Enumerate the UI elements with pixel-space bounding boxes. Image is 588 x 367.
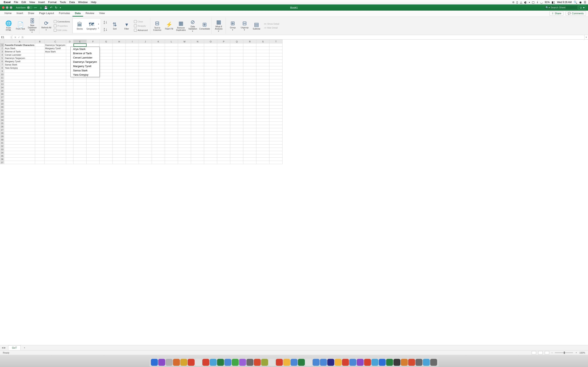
cell[interactable] [191, 99, 204, 102]
col-header-K[interactable]: K [152, 40, 165, 43]
dock-app-icon[interactable] [298, 359, 305, 366]
cell[interactable] [243, 57, 256, 60]
cell[interactable] [230, 151, 243, 154]
cell[interactable] [100, 76, 113, 79]
cell[interactable] [73, 145, 86, 148]
cell[interactable] [269, 53, 283, 57]
cell[interactable] [256, 66, 269, 69]
row-header[interactable]: 3 [0, 50, 4, 53]
cell[interactable] [35, 89, 44, 92]
cell[interactable] [230, 86, 243, 89]
name-box-arrows-icon[interactable]: ▴▾ [11, 36, 12, 39]
cell[interactable] [204, 135, 217, 138]
row-header[interactable]: 8 [0, 66, 4, 69]
cell[interactable] [269, 99, 283, 102]
row-header[interactable]: 16 [0, 92, 4, 96]
cell[interactable] [126, 148, 139, 151]
cell[interactable] [178, 118, 191, 122]
cell[interactable] [269, 112, 283, 115]
cell[interactable] [165, 125, 178, 128]
cell[interactable] [100, 148, 113, 151]
cell[interactable] [204, 102, 217, 105]
row-header[interactable]: 29 [0, 135, 4, 138]
cell[interactable] [100, 96, 113, 99]
cell[interactable] [230, 115, 243, 118]
cell[interactable] [66, 99, 73, 102]
cell[interactable] [165, 105, 178, 109]
row-header[interactable]: 20 [0, 105, 4, 109]
row-header[interactable]: 35 [0, 154, 4, 158]
cell[interactable] [126, 73, 139, 76]
cell[interactable] [191, 141, 204, 145]
cell[interactable] [152, 73, 165, 76]
cell[interactable] [269, 86, 283, 89]
cell[interactable] [139, 141, 152, 145]
page-layout-view-button[interactable] [538, 351, 543, 354]
cell[interactable] [126, 99, 139, 102]
cell[interactable] [152, 76, 165, 79]
cell[interactable] [204, 66, 217, 69]
undo-icon[interactable]: ↶ [50, 6, 52, 9]
cell[interactable] [126, 53, 139, 57]
cell[interactable] [44, 151, 66, 154]
cell[interactable] [73, 161, 86, 164]
row-header[interactable]: 19 [0, 102, 4, 105]
cell[interactable] [113, 125, 126, 128]
cell[interactable] [191, 105, 204, 109]
cell[interactable] [86, 109, 100, 112]
cell[interactable] [44, 158, 66, 161]
cell[interactable] [139, 57, 152, 60]
cell[interactable] [100, 118, 113, 122]
cell[interactable] [66, 151, 73, 154]
cell[interactable] [165, 115, 178, 118]
cell[interactable] [191, 83, 204, 86]
cell[interactable] [35, 102, 44, 105]
cell[interactable] [256, 122, 269, 125]
cell[interactable] [178, 145, 191, 148]
cell[interactable] [139, 60, 152, 63]
cell[interactable] [44, 89, 66, 92]
cell[interactable] [139, 154, 152, 158]
cell[interactable]: Brienne of Tarth [4, 50, 35, 53]
cell[interactable] [126, 83, 139, 86]
cell[interactable] [178, 109, 191, 112]
cell[interactable] [256, 112, 269, 115]
cell[interactable] [86, 135, 100, 138]
cell[interactable] [217, 47, 230, 50]
cell[interactable] [66, 102, 73, 105]
cell[interactable] [243, 79, 256, 83]
cell[interactable] [230, 128, 243, 132]
cell[interactable] [126, 102, 139, 105]
cell[interactable] [126, 151, 139, 154]
cell[interactable] [269, 158, 283, 161]
cell[interactable] [256, 154, 269, 158]
cell[interactable] [178, 79, 191, 83]
cell[interactable] [165, 148, 178, 151]
cell[interactable] [73, 148, 86, 151]
cell[interactable] [113, 122, 126, 125]
cell[interactable] [269, 43, 283, 47]
cell[interactable] [191, 128, 204, 132]
row-header[interactable]: 17 [0, 96, 4, 99]
cell[interactable] [152, 125, 165, 128]
cell[interactable] [44, 161, 66, 164]
cell[interactable] [86, 89, 100, 92]
dock-app-icon[interactable] [165, 359, 173, 366]
dock-app-icon[interactable] [327, 359, 334, 366]
cell[interactable] [217, 99, 230, 102]
cell[interactable] [191, 79, 204, 83]
cell[interactable] [178, 128, 191, 132]
stocks-button[interactable]: 🏛Stocks [74, 22, 85, 30]
consolidate-button[interactable]: ⊞Consolidate [199, 22, 210, 30]
cell[interactable] [66, 115, 73, 118]
cell[interactable] [243, 99, 256, 102]
cell[interactable] [73, 109, 86, 112]
zoom-out-button[interactable]: − [551, 351, 553, 354]
row-header[interactable]: 32 [0, 145, 4, 148]
row-header[interactable]: 13 [0, 83, 4, 86]
cell[interactable] [100, 47, 113, 50]
cell[interactable] [243, 128, 256, 132]
cell[interactable] [35, 132, 44, 135]
cell[interactable] [191, 145, 204, 148]
remove-duplicates-button[interactable]: ▦Remove Duplicates [176, 20, 186, 31]
